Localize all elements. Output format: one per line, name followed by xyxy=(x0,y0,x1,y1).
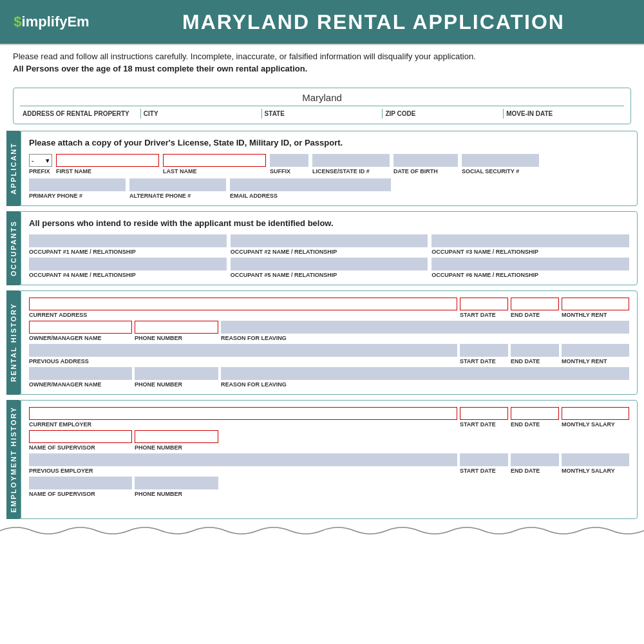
occ2-wrap: OCCUPANT #2 NAME / RELATIONSHIP xyxy=(231,234,428,255)
occupants-section-wrapper: OCCUPANTS All persons who intend to resi… xyxy=(6,211,638,285)
curr-employer-input[interactable] xyxy=(29,407,457,420)
rental-curr-row2: OWNER/MANAGER NAME PHONE NUMBER REASON F… xyxy=(29,321,629,341)
emp-curr-monthly-label: MONTHLY SALARY xyxy=(562,421,629,428)
occ3-wrap: OCCUPANT #3 NAME / RELATIONSHIP xyxy=(431,234,629,255)
primary-phone-input[interactable] xyxy=(29,178,126,191)
alt-phone-input[interactable] xyxy=(129,178,226,191)
prev-end-input[interactable] xyxy=(511,344,559,357)
emp-supervisor-input[interactable] xyxy=(29,430,132,443)
title-box: MARYLAND RENTAL APPLICATION xyxy=(103,0,644,44)
curr-monthly-input[interactable] xyxy=(562,298,629,310)
emp-curr-row1: CURRENT EMPLOYER START DATE END DATE MON… xyxy=(29,407,629,428)
rental-section-content: CURRENT ADDRESS START DATE END DATE MONT… xyxy=(21,290,638,395)
occ2-input[interactable] xyxy=(231,234,428,247)
emp-curr-start-input[interactable] xyxy=(460,407,508,420)
prev-employer-input[interactable] xyxy=(29,453,457,466)
emp-prev-end-label: END DATE xyxy=(511,468,559,474)
curr-addr-wrap: CURRENT ADDRESS xyxy=(29,298,457,318)
curr-end-label: END DATE xyxy=(511,312,559,318)
prop-city-label: CITY xyxy=(141,109,262,118)
prev-addr-label: PREVIOUS ADDRESS xyxy=(29,358,457,365)
curr-addr-input[interactable] xyxy=(29,298,457,310)
applicant-section-content: Please attach a copy of your Driver's Li… xyxy=(21,131,638,206)
curr-end-input[interactable] xyxy=(511,298,559,310)
suffix-field-wrap: SUFFIX xyxy=(270,154,308,175)
emp-prev-monthly-label: MONTHLY SALARY xyxy=(562,468,629,474)
curr-monthly-label: MONTHLY RENT xyxy=(562,312,629,318)
dob-field-wrap: DATE OF BIRTH xyxy=(393,154,458,175)
emp-supervisor-wrap: NAME OF SUPERVISOR xyxy=(29,430,132,451)
emp-curr-monthly-wrap: MONTHLY SALARY xyxy=(562,407,629,428)
emp-curr-end-label: END DATE xyxy=(511,421,559,428)
lastname-label: LAST NAME xyxy=(163,168,266,175)
prev-monthly-label: MONTHLY RENT xyxy=(562,358,629,365)
prev-owner-wrap: OWNER/MANAGER NAME xyxy=(29,367,132,388)
prev-owner-input[interactable] xyxy=(29,367,132,380)
prop-address-label: ADDRESS OF RENTAL PROPERTY xyxy=(20,109,141,118)
prev-start-wrap: START DATE xyxy=(460,344,508,365)
curr-reason-input[interactable] xyxy=(221,321,629,334)
prev-reason-input[interactable] xyxy=(221,367,629,380)
dob-input[interactable] xyxy=(393,154,458,167)
emp-prev-row1: PREVIOUS EMPLOYER START DATE END DATE MO… xyxy=(29,453,629,474)
email-wrap: EMAIL ADDRESS xyxy=(230,178,391,199)
prev-addr-input[interactable] xyxy=(29,344,457,357)
curr-owner-label: OWNER/MANAGER NAME xyxy=(29,335,132,341)
emp-prev-start-input[interactable] xyxy=(460,453,508,466)
wavy-svg xyxy=(0,524,644,538)
emp-curr-start-wrap: START DATE xyxy=(460,407,508,428)
emp-curr-monthly-input[interactable] xyxy=(562,407,629,420)
employment-section-wrapper: EMPLOYMENT HISTORY CURRENT EMPLOYER STAR… xyxy=(6,400,638,519)
firstname-input[interactable] xyxy=(56,154,159,167)
curr-phone-wrap: PHONE NUMBER xyxy=(135,321,218,341)
occ4-wrap: OCCUPANT #4 NAME / RELATIONSHIP xyxy=(29,258,227,278)
prev-addr-wrap: PREVIOUS ADDRESS xyxy=(29,344,457,365)
curr-phone-input[interactable] xyxy=(135,321,218,334)
curr-reason-wrap: REASON FOR LEAVING xyxy=(221,321,629,341)
occ4-input[interactable] xyxy=(29,258,227,270)
lastname-input[interactable] xyxy=(163,154,266,167)
logo: $implifyEm xyxy=(14,14,89,30)
occ6-input[interactable] xyxy=(431,258,629,270)
prev-phone-input[interactable] xyxy=(135,367,218,380)
emp-prev-supervisor-input[interactable] xyxy=(29,477,132,489)
lastname-field-wrap: LAST NAME xyxy=(163,154,266,175)
prev-monthly-wrap: MONTHLY RENT xyxy=(562,344,629,365)
emp-prev-phone-wrap: PHONE NUMBER xyxy=(135,477,218,497)
emp-prev-row2: NAME OF SUPERVISOR PHONE NUMBER xyxy=(29,477,629,497)
emp-prev-phone-input[interactable] xyxy=(135,477,218,489)
occupants-note: All persons who intend to reside with th… xyxy=(29,218,629,228)
suffix-input[interactable] xyxy=(270,154,308,167)
occupants-row2: OCCUPANT #4 NAME / RELATIONSHIP OCCUPANT… xyxy=(29,258,629,278)
primary-phone-label: PRIMARY PHONE # xyxy=(29,193,126,199)
rental-tab-label: RENTAL HISTORY xyxy=(6,290,21,395)
rental-prev-row1: PREVIOUS ADDRESS START DATE END DATE MON… xyxy=(29,344,629,365)
occ1-label: OCCUPANT #1 NAME / RELATIONSHIP xyxy=(29,249,227,255)
emp-phone-input[interactable] xyxy=(135,430,218,443)
curr-start-wrap: START DATE xyxy=(460,298,508,318)
prev-monthly-input[interactable] xyxy=(562,344,629,357)
curr-owner-wrap: OWNER/MANAGER NAME xyxy=(29,321,132,341)
curr-owner-input[interactable] xyxy=(29,321,132,334)
occ5-input[interactable] xyxy=(231,258,428,270)
emp-prev-monthly-input[interactable] xyxy=(562,453,629,466)
occupants-section-content: All persons who intend to reside with th… xyxy=(21,211,638,285)
prev-end-wrap: END DATE xyxy=(511,344,559,365)
prev-employer-label: PREVIOUS EMPLOYER xyxy=(29,468,457,474)
curr-start-input[interactable] xyxy=(460,298,508,310)
email-input[interactable] xyxy=(230,178,391,191)
occupants-tab-label: OCCUPANTS xyxy=(6,211,21,285)
prev-reason-wrap: REASON FOR LEAVING xyxy=(221,367,629,388)
logo-dollar: $ xyxy=(14,14,21,30)
rental-curr-row1: CURRENT ADDRESS START DATE END DATE MONT… xyxy=(29,298,629,318)
emp-curr-end-input[interactable] xyxy=(511,407,559,420)
emp-curr-row2: NAME OF SUPERVISOR PHONE NUMBER xyxy=(29,430,629,451)
ssn-input[interactable] xyxy=(462,154,539,167)
license-input[interactable] xyxy=(312,154,390,167)
prev-start-input[interactable] xyxy=(460,344,508,357)
applicant-row2: PRIMARY PHONE # ALTERNATE PHONE # EMAIL … xyxy=(29,178,629,199)
occ3-input[interactable] xyxy=(431,234,629,247)
prefix-dropdown[interactable]: - ▾ xyxy=(29,154,52,167)
occ1-input[interactable] xyxy=(29,234,227,247)
emp-prev-end-input[interactable] xyxy=(511,453,559,466)
